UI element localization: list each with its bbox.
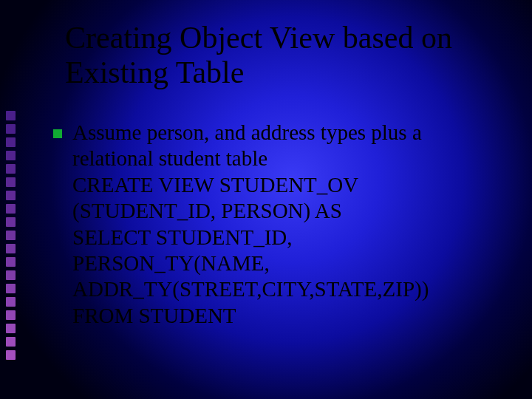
code-line: ADDR_TY(STREET,CITY,STATE,ZIP)) bbox=[72, 276, 495, 302]
code-line: (STUDENT_ID, PERSON) AS bbox=[72, 198, 495, 224]
decoration-square bbox=[6, 284, 16, 293]
decoration-square bbox=[6, 244, 16, 253]
decoration-square bbox=[6, 297, 16, 307]
slide-body: Assume person, and address types plus a … bbox=[72, 120, 495, 329]
decoration-square bbox=[6, 350, 16, 360]
decoration-square bbox=[6, 270, 16, 280]
bullet-text: Assume person, and address types plus a … bbox=[72, 120, 495, 172]
code-line: CREATE VIEW STUDENT_OV bbox=[72, 172, 495, 198]
decoration-square bbox=[6, 124, 16, 134]
decoration-square bbox=[6, 204, 16, 214]
decoration-square bbox=[6, 151, 16, 160]
decoration-square bbox=[6, 191, 16, 200]
code-line: PERSON_TY(NAME, bbox=[72, 250, 495, 276]
decoration-square bbox=[6, 137, 16, 147]
decoration-square bbox=[6, 217, 16, 227]
decoration-square bbox=[6, 324, 16, 333]
code-line: FROM STUDENT bbox=[72, 303, 495, 329]
slide: Creating Object View based on Existing T… bbox=[0, 0, 532, 399]
decoration-square bbox=[6, 231, 16, 240]
decoration-square bbox=[6, 111, 16, 120]
decoration-square bbox=[6, 177, 16, 187]
decoration-square bbox=[6, 164, 16, 174]
decoration-square bbox=[6, 337, 16, 347]
bullet-item: Assume person, and address types plus a … bbox=[72, 120, 495, 172]
decoration-square bbox=[6, 310, 16, 320]
code-line: SELECT STUDENT_ID, bbox=[72, 225, 495, 250]
left-square-decoration bbox=[6, 111, 16, 360]
square-bullet-icon bbox=[53, 129, 62, 138]
slide-title: Creating Object View based on Existing T… bbox=[65, 21, 502, 90]
decoration-square bbox=[6, 257, 16, 267]
